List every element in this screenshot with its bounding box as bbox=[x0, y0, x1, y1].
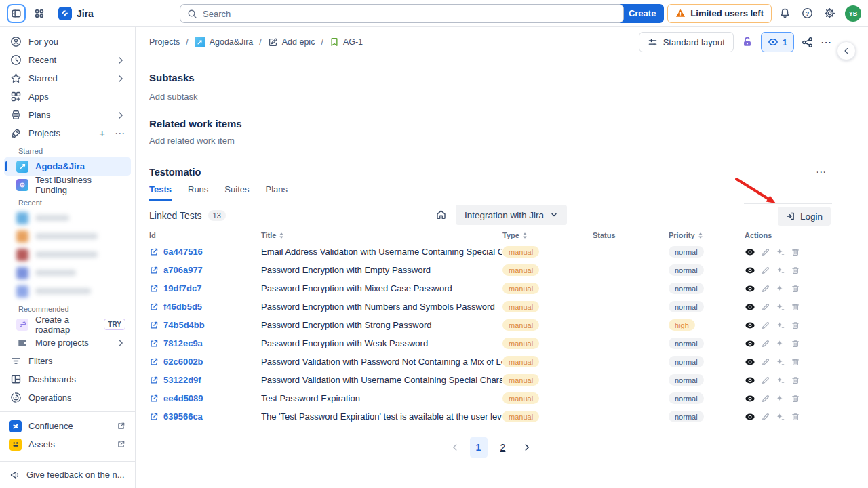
sidebar-toggle-button[interactable] bbox=[7, 4, 26, 23]
sidebar-item-recent-blurred[interactable] bbox=[4, 209, 131, 227]
sidebar-feedback[interactable]: Give feedback on the n... bbox=[0, 461, 135, 488]
sidebar-item-recent[interactable]: Recent bbox=[4, 51, 131, 69]
view-details-icon[interactable] bbox=[745, 302, 755, 312]
page-button[interactable]: 1 bbox=[470, 437, 488, 458]
delete-icon[interactable] bbox=[791, 394, 800, 403]
test-id-link[interactable]: f46db5d5 bbox=[163, 302, 202, 312]
view-details-icon[interactable] bbox=[745, 393, 755, 404]
ai-sparkles-icon[interactable] bbox=[776, 357, 785, 367]
column-header-type[interactable]: Type bbox=[502, 231, 593, 239]
table-row[interactable]: 53122d9f Password Validation with Userna… bbox=[149, 371, 832, 389]
ai-sparkles-icon[interactable] bbox=[776, 339, 785, 348]
test-id-link[interactable]: 62c6002b bbox=[163, 357, 203, 367]
view-details-icon[interactable] bbox=[745, 283, 755, 294]
ai-sparkles-icon[interactable] bbox=[776, 412, 785, 422]
edit-icon[interactable] bbox=[761, 412, 770, 422]
sidebar-item-confluence[interactable]: Confluence bbox=[4, 417, 131, 435]
delete-icon[interactable] bbox=[791, 375, 800, 385]
delete-icon[interactable] bbox=[791, 412, 800, 422]
edit-icon[interactable] bbox=[761, 357, 770, 367]
limited-users-button[interactable]: Limited users left bbox=[667, 4, 772, 23]
sidebar-item-recent-blurred[interactable] bbox=[4, 282, 131, 300]
view-details-icon[interactable] bbox=[745, 265, 755, 276]
tab-runs[interactable]: Runs bbox=[188, 184, 208, 201]
edit-icon[interactable] bbox=[761, 321, 770, 330]
view-details-icon[interactable] bbox=[745, 411, 755, 422]
sidebar-project-agoda-jira[interactable]: Agoda&Jira bbox=[4, 157, 131, 176]
login-button[interactable]: Login bbox=[778, 207, 831, 226]
sidebar-item-starred[interactable]: Starred bbox=[4, 69, 131, 87]
table-row[interactable]: ee4d5089 Test Password Expiration manual… bbox=[149, 389, 832, 407]
view-details-icon[interactable] bbox=[745, 247, 755, 258]
next-page-button[interactable] bbox=[522, 443, 532, 452]
tab-suites[interactable]: Suites bbox=[224, 184, 249, 201]
expand-panel-button[interactable] bbox=[837, 41, 856, 60]
table-row[interactable]: 639566ca The 'Test Password Expiration' … bbox=[149, 407, 832, 426]
sidebar-item-for-you[interactable]: For you bbox=[4, 33, 131, 51]
delete-icon[interactable] bbox=[791, 266, 800, 275]
test-id-link[interactable]: 74b5d4bb bbox=[163, 320, 205, 330]
help-button[interactable]: ? bbox=[797, 4, 816, 23]
view-details-icon[interactable] bbox=[745, 357, 755, 367]
settings-button[interactable] bbox=[820, 4, 839, 23]
tab-plans[interactable]: Plans bbox=[266, 184, 288, 201]
ai-sparkles-icon[interactable] bbox=[776, 266, 785, 275]
layout-button[interactable]: Standard layout bbox=[639, 32, 734, 52]
user-avatar[interactable]: YB bbox=[845, 5, 861, 22]
projects-more-button[interactable]: ⋯ bbox=[115, 128, 125, 138]
test-id-link[interactable]: 19df7dc7 bbox=[163, 283, 201, 293]
sidebar-item-plans[interactable]: Plans bbox=[4, 106, 131, 124]
table-row[interactable]: a706a977 Password Encryption with Empty … bbox=[149, 261, 832, 279]
table-row[interactable]: 7812ec9a Password Encryption with Weak P… bbox=[149, 334, 832, 352]
delete-icon[interactable] bbox=[791, 247, 800, 257]
sidebar-item-more-projects[interactable]: More projects bbox=[4, 333, 131, 352]
ai-sparkles-icon[interactable] bbox=[776, 302, 785, 312]
sidebar-item-assets[interactable]: Assets bbox=[4, 435, 131, 453]
test-id-link[interactable]: 6a447516 bbox=[163, 247, 203, 257]
ai-sparkles-icon[interactable] bbox=[776, 394, 785, 403]
sidebar-item-apps[interactable]: Apps bbox=[4, 87, 131, 106]
unlock-button[interactable] bbox=[741, 36, 753, 48]
add-related-work-item-link[interactable]: Add related work item bbox=[149, 135, 832, 147]
delete-icon[interactable] bbox=[791, 321, 800, 330]
column-header-priority[interactable]: Priority bbox=[669, 231, 745, 239]
share-button[interactable] bbox=[802, 37, 813, 48]
breadcrumb-projects[interactable]: Projects bbox=[149, 37, 180, 47]
edit-icon[interactable] bbox=[761, 394, 770, 403]
view-details-icon[interactable] bbox=[745, 338, 755, 349]
global-search[interactable] bbox=[180, 4, 624, 23]
breadcrumb-issue[interactable]: AG-1 bbox=[330, 37, 363, 47]
table-row[interactable]: 62c6002b Password Validation with Passwo… bbox=[149, 352, 832, 371]
ai-sparkles-icon[interactable] bbox=[776, 321, 785, 330]
sidebar-item-dashboards[interactable]: Dashboards bbox=[4, 370, 131, 388]
table-row[interactable]: 6a447516 Email Address Validation with U… bbox=[149, 243, 832, 261]
view-details-icon[interactable] bbox=[745, 320, 755, 331]
sidebar-project-test-ibusiness[interactable]: Test iBusiness Funding bbox=[4, 176, 131, 194]
delete-icon[interactable] bbox=[791, 284, 800, 293]
delete-icon[interactable] bbox=[791, 339, 800, 348]
edit-icon[interactable] bbox=[761, 302, 770, 312]
plugin-more-button[interactable]: ⋯ bbox=[816, 166, 827, 178]
delete-icon[interactable] bbox=[791, 357, 800, 367]
tab-tests[interactable]: Tests bbox=[149, 184, 172, 201]
search-input[interactable] bbox=[203, 9, 616, 19]
breadcrumb-add-epic[interactable]: Add epic bbox=[268, 37, 315, 47]
test-id-link[interactable]: 53122d9f bbox=[163, 375, 201, 385]
sidebar-item-operations[interactable]: Operations bbox=[4, 388, 131, 407]
test-id-link[interactable]: a706a977 bbox=[163, 265, 203, 275]
breadcrumb-project[interactable]: Agoda&Jira bbox=[195, 37, 254, 47]
ai-sparkles-icon[interactable] bbox=[776, 375, 785, 385]
page-button[interactable]: 2 bbox=[494, 437, 512, 458]
table-row[interactable]: 74b5d4bb Password Encryption with Strong… bbox=[149, 316, 832, 334]
edit-icon[interactable] bbox=[761, 247, 770, 257]
sidebar-item-filters[interactable]: Filters bbox=[4, 352, 131, 370]
add-project-button[interactable]: + bbox=[99, 128, 105, 138]
edit-icon[interactable] bbox=[761, 284, 770, 293]
sidebar-item-create-roadmap[interactable]: Create a roadmap TRY bbox=[4, 315, 131, 333]
sidebar-item-projects[interactable]: Projects + ⋯ bbox=[4, 124, 131, 142]
sidebar-item-recent-blurred[interactable] bbox=[4, 264, 131, 282]
table-row[interactable]: f46db5d5 Password Encryption with Number… bbox=[149, 298, 832, 316]
ai-sparkles-icon[interactable] bbox=[776, 284, 785, 293]
column-header-title[interactable]: Title bbox=[261, 231, 502, 239]
edit-icon[interactable] bbox=[761, 339, 770, 348]
